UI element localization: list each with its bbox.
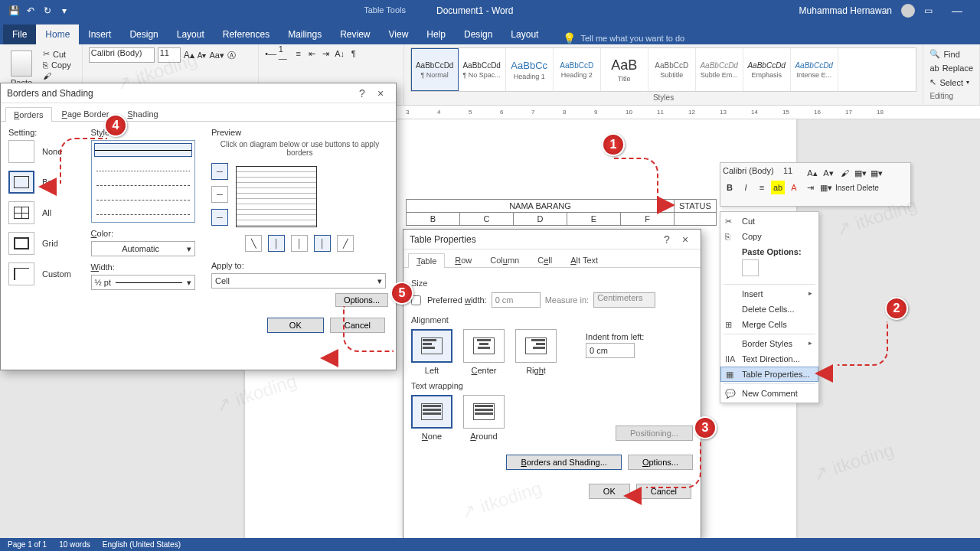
change-case-icon[interactable]: Aa▾ [209,51,224,60]
help-button[interactable]: ? [658,233,676,246]
wrap-around[interactable] [463,395,505,429]
grow-font-icon[interactable]: A▴ [184,50,194,60]
style-subtle-em[interactable]: AaBbCcDdSubtle Em... [696,48,743,91]
close-button[interactable]: × [676,233,694,246]
mini-indent-icon[interactable]: ⇥ [803,181,817,194]
style-heading2[interactable]: AaBbCcDHeading 2 [554,48,601,91]
style-subtitle[interactable]: AaBbCcDSubtitle [648,48,696,91]
mini-grow-icon[interactable]: A▴ [805,166,819,180]
shrink-font-icon[interactable]: A▾ [198,51,207,60]
mini-fontcolor-icon[interactable]: A [787,181,801,194]
borders-shading-button[interactable]: Borders and Shading... [506,455,622,470]
tab-help[interactable]: Help [417,24,455,44]
positioning-button[interactable]: Positioning... [616,425,693,441]
width-combo[interactable]: ½ pt▾ [91,275,195,290]
ctx-table-properties[interactable]: ▦Table Properties... [720,367,818,382]
tab-tt-design[interactable]: Design [455,24,501,44]
table-header[interactable]: NAMA BARANG [407,200,675,213]
show-marks-icon[interactable]: ¶ [348,47,360,60]
border-bottom-button[interactable]: ─ [211,209,228,226]
word-count[interactable]: 10 words [59,540,90,549]
table-cell[interactable]: E [567,213,621,226]
align-center[interactable] [463,329,505,363]
style-normal[interactable]: AaBbCcDd¶ Normal [411,48,459,91]
table-cell[interactable] [675,213,717,226]
color-combo[interactable]: Automatic▾ [91,241,195,256]
mini-italic-icon[interactable]: I [739,181,753,194]
undo-icon[interactable]: ↶ [24,5,37,17]
dec-indent-icon[interactable]: ⇤ [306,47,318,60]
tab-cell[interactable]: Cell [529,253,560,267]
minimize-button[interactable]: — [942,5,972,17]
sort-icon[interactable]: A↓ [334,47,346,60]
table-status-header[interactable]: STATUS [675,200,717,213]
mini-table-icon[interactable]: ▦▾ [854,166,867,180]
mini-format-painter-icon[interactable]: 🖌 [838,166,851,180]
tab-column[interactable]: Column [482,253,528,267]
cut-button[interactable]: ✂Cut [43,49,71,59]
apply-to-combo[interactable]: Cell▾ [211,273,386,289]
ctx-delete-cells[interactable]: Delete Cells... [720,302,818,317]
border-diag1-button[interactable]: ╲ [245,235,262,252]
table-cell[interactable]: D [514,213,567,226]
tab-alttext[interactable]: Alt Text [562,253,606,267]
border-vmid-button[interactable]: │ [291,235,308,252]
ctx-text-direction[interactable]: IIAText Direction... [720,351,818,367]
options-button[interactable]: Options... [335,293,388,307]
tab-view[interactable]: View [380,24,418,44]
tab-review[interactable]: Review [331,24,379,44]
save-icon[interactable]: 💾 [8,5,20,17]
clear-format-icon[interactable]: Ⓐ [227,50,236,61]
inc-indent-icon[interactable]: ⇥ [320,47,332,60]
setting-all[interactable]: All [8,201,82,224]
ctx-merge-cells[interactable]: ⊞Merge Cells [720,317,818,332]
style-nospacing[interactable]: AaBbCcDd¶ No Spac... [459,48,506,91]
style-intense-e[interactable]: AaBbCcDdIntense E... [791,48,838,91]
bullets-icon[interactable]: •— [265,47,277,60]
tab-table[interactable]: Table [408,253,445,268]
ok-button[interactable]: OK [267,318,324,333]
style-heading1[interactable]: AaBbCcHeading 1 [506,48,554,91]
mini-insert-icon[interactable]: ▦▾ [870,166,884,180]
align-left[interactable] [411,329,452,363]
tab-tt-layout[interactable]: Layout [501,24,547,44]
align-right[interactable] [515,329,557,363]
format-painter-button[interactable]: 🖌 [43,71,71,80]
close-button[interactable]: × [371,87,390,99]
preview-diagram[interactable] [236,166,317,227]
mini-borders-icon[interactable]: ▦▾ [819,181,833,194]
table-cell[interactable]: C [460,213,514,226]
wrap-none[interactable] [411,395,452,429]
indent-input[interactable]: 0 cm [586,343,635,358]
page-indicator[interactable]: Page 1 of 1 [8,540,47,549]
border-top-button[interactable]: ─ [211,163,228,180]
preferred-width-input[interactable]: 0 cm [492,292,541,308]
redo-icon[interactable]: ↻ [41,5,54,17]
setting-grid[interactable]: Grid [8,232,82,255]
tab-home[interactable]: Home [36,24,79,44]
mini-delete-label[interactable]: Delete [857,184,879,192]
border-diag2-button[interactable]: ╱ [337,235,354,252]
style-emphasis[interactable]: AaBbCcDdEmphasis [743,48,791,91]
copy-button[interactable]: ⎘Copy [43,60,71,70]
mini-size-combo[interactable]: 11 [783,166,803,180]
user-avatar[interactable] [901,4,915,18]
numbering-icon[interactable]: 1— [279,47,291,60]
style-title[interactable]: AaBTitle [601,48,648,91]
mini-highlight-icon[interactable]: ab [771,181,785,194]
qat-more-icon[interactable]: ▾ [58,5,70,17]
table-cell[interactable]: F [621,213,675,226]
mini-insert-label[interactable]: Insert [835,184,854,192]
ctx-insert[interactable]: Insert▸ [720,286,818,302]
ribbon-display-icon[interactable]: ▭ [924,5,933,16]
tab-file[interactable]: File [3,24,36,44]
tab-insert[interactable]: Insert [79,24,120,44]
tab-shading[interactable]: Shading [119,106,166,121]
tab-row[interactable]: Row [446,253,480,267]
measure-combo[interactable]: Centimeters [593,292,655,308]
language-indicator[interactable]: English (United States) [103,540,181,549]
table-cell[interactable]: B [407,213,460,226]
tab-layout[interactable]: Layout [168,24,214,44]
tab-references[interactable]: References [214,24,279,44]
help-button[interactable]: ? [353,87,371,99]
